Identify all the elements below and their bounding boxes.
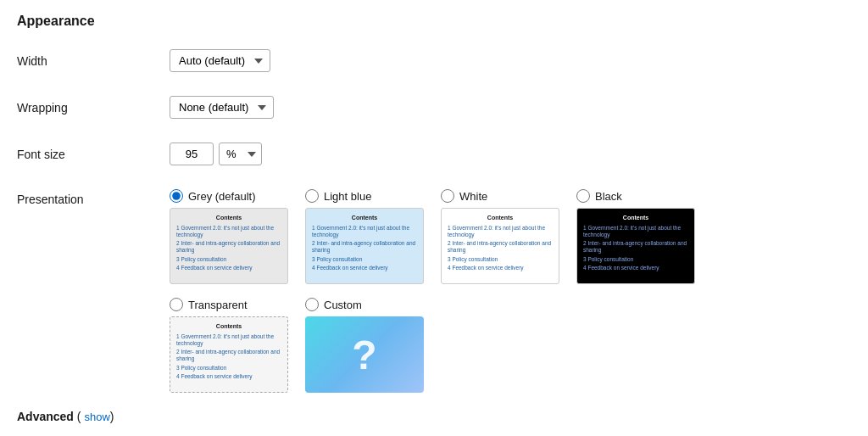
font-size-control: % px em (170, 143, 262, 165)
advanced-row: Advanced ( show ) (17, 410, 851, 423)
preview-white: Contents 1 Government 2.0: it's not just… (441, 208, 559, 284)
preview-grey: Contents 1 Government 2.0: it's not just… (170, 208, 288, 284)
option-transparent-label: Transparent (188, 299, 248, 311)
option-grey[interactable]: Grey (default) Contents 1 Government 2.0… (170, 189, 288, 284)
option-black[interactable]: Black Contents 1 Government 2.0: it's no… (576, 189, 695, 284)
radio-white[interactable] (441, 189, 454, 203)
option-white-label: White (459, 190, 487, 203)
preview-black: Contents 1 Government 2.0: it's not just… (576, 208, 695, 284)
presentation-label: Presentation (17, 189, 170, 206)
font-size-row: Font size % px em (17, 143, 851, 165)
option-white[interactable]: White Contents 1 Government 2.0: it's no… (441, 189, 559, 284)
wrapping-row: Wrapping None (default) Wrap No wrap (17, 96, 851, 119)
option-light-blue[interactable]: Light blue Contents 1 Government 2.0: it… (305, 189, 424, 284)
preview-light-blue: Contents 1 Government 2.0: it's not just… (305, 208, 424, 284)
advanced-paren-open: ( (74, 410, 81, 423)
wrapping-label: Wrapping (17, 101, 170, 115)
width-control: Auto (default) Full width Fixed (170, 49, 270, 72)
advanced-label: Advanced (17, 410, 74, 423)
question-mark-icon: ? (352, 332, 376, 378)
radio-light-blue[interactable] (305, 189, 319, 203)
font-size-label: Font size (17, 148, 170, 161)
option-custom-label: Custom (324, 299, 362, 311)
preview-custom: ? (305, 316, 424, 393)
option-black-label: Black (595, 190, 622, 203)
radio-transparent[interactable] (170, 298, 183, 311)
font-size-input[interactable] (170, 143, 214, 165)
option-custom[interactable]: Custom ? (305, 298, 424, 393)
option-grey-label: Grey (default) (188, 190, 255, 203)
page-title: Appearance (17, 14, 851, 29)
preview-transparent: Contents 1 Government 2.0: it's not just… (170, 316, 288, 393)
presentation-row: Presentation Grey (default) Contents 1 G… (17, 189, 851, 393)
width-select[interactable]: Auto (default) Full width Fixed (170, 49, 270, 72)
radio-grey[interactable] (170, 189, 183, 203)
advanced-show-link[interactable]: show (84, 411, 109, 423)
font-size-unit-select[interactable]: % px em (219, 143, 262, 165)
advanced-paren-close: ) (110, 410, 114, 423)
wrapping-select[interactable]: None (default) Wrap No wrap (170, 96, 274, 119)
option-light-blue-label: Light blue (324, 190, 371, 203)
presentation-options: Grey (default) Contents 1 Government 2.0… (170, 189, 695, 393)
width-label: Width (17, 54, 170, 68)
width-row: Width Auto (default) Full width Fixed (17, 49, 851, 72)
wrapping-control: None (default) Wrap No wrap (170, 96, 274, 119)
option-transparent[interactable]: Transparent Contents 1 Government 2.0: i… (170, 298, 288, 393)
radio-black[interactable] (576, 189, 590, 203)
radio-custom[interactable] (305, 298, 319, 311)
